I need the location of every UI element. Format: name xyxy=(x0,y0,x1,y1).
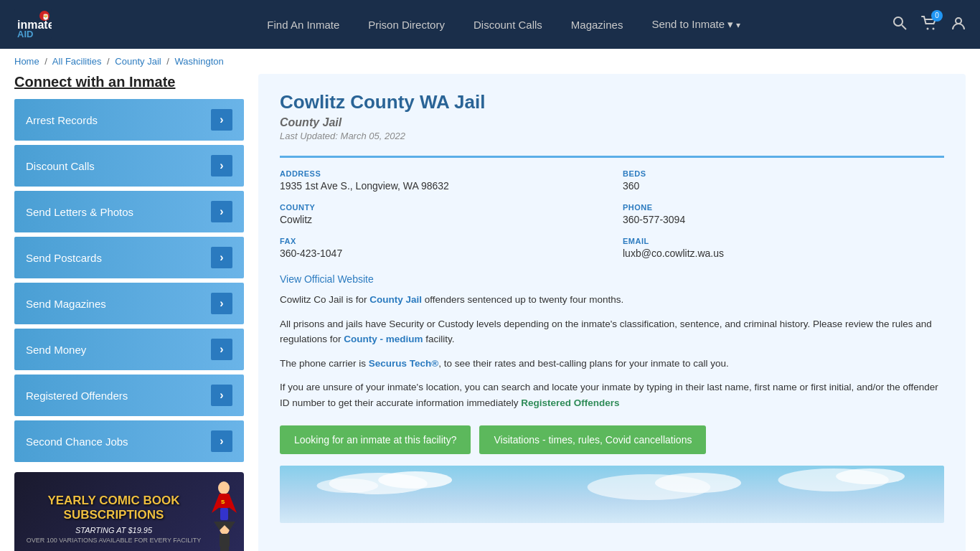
search-icon[interactable] xyxy=(892,16,907,34)
batman-icon xyxy=(214,522,235,552)
superman-icon: S xyxy=(212,481,237,520)
sidebar: Connect with an Inmate Arrest Records › … xyxy=(14,74,244,551)
logo-icon: inmate AID 🎅 xyxy=(14,9,52,40)
visitations-button[interactable]: Visitations - times, rules, Covid cancel… xyxy=(479,425,706,454)
desc-para-1: Cowlitz Co Jail is for County Jail offen… xyxy=(280,292,944,308)
nav-discount-calls[interactable]: Discount Calls xyxy=(473,19,542,31)
fax-section: FAX 360-423-1047 xyxy=(280,237,601,259)
desc1-text: Cowlitz Co Jail is for xyxy=(280,294,369,305)
nav-send-to-inmate[interactable]: Send to Inmate ▾ xyxy=(651,18,740,31)
find-inmate-button[interactable]: Looking for an inmate at this facility? xyxy=(280,425,471,454)
desc2-link[interactable]: County - medium xyxy=(344,334,423,344)
ad-note: OVER 100 VARIATIONS AVAILABLE FOR EVERY … xyxy=(22,537,206,544)
email-section: EMAIL luxb@co.cowlitz.wa.us xyxy=(623,237,944,259)
desc4-link[interactable]: Registered Offenders xyxy=(521,397,619,408)
sidebar-item-send-letters[interactable]: Send Letters & Photos › xyxy=(14,191,244,232)
sidebar-item-arrest-records[interactable]: Arrest Records › xyxy=(14,99,244,141)
sidebar-item-send-magazines[interactable]: Send Magazines › xyxy=(14,283,244,324)
svg-point-7 xyxy=(927,27,929,29)
svg-text:S: S xyxy=(221,499,225,505)
facility-description: Cowlitz Co Jail is for County Jail offen… xyxy=(280,292,944,411)
desc3-text: The phone carrier is xyxy=(280,358,369,369)
desc-para-2: All prisons and jails have Security or C… xyxy=(280,316,944,347)
desc3-link[interactable]: Securus Tech® xyxy=(369,358,438,369)
svg-point-22 xyxy=(378,471,452,489)
sidebar-item-second-chance-jobs[interactable]: Second Chance Jobs › xyxy=(14,420,244,462)
svg-rect-19 xyxy=(220,547,229,552)
sidebar-label-registered-offenders: Registered Offenders xyxy=(26,390,128,402)
svg-point-25 xyxy=(655,473,741,493)
address-label: ADDRESS xyxy=(280,169,601,178)
ad-title: YEARLY COMIC BOOKSUBSCRIPTIONS xyxy=(22,494,206,522)
beds-label: BEDS xyxy=(623,169,944,178)
user-icon[interactable] xyxy=(951,16,966,34)
sidebar-arrow-arrest-records: › xyxy=(211,109,232,131)
breadcrumb-sep3: / xyxy=(166,56,169,67)
nav-prison-directory[interactable]: Prison Directory xyxy=(368,19,445,31)
sidebar-label-send-postcards: Send Postcards xyxy=(26,252,102,264)
svg-text:🎅: 🎅 xyxy=(42,12,50,21)
breadcrumb: Home / All Facilities / County Jail / Wa… xyxy=(0,49,980,74)
sidebar-label-send-money: Send Money xyxy=(26,344,86,356)
main-container: Connect with an Inmate Arrest Records › … xyxy=(0,74,980,551)
address-value: 1935 1st Ave S., Longview, WA 98632 xyxy=(280,180,601,192)
fax-value: 360-423-1047 xyxy=(280,248,601,259)
svg-point-9 xyxy=(956,18,961,24)
svg-text:AID: AID xyxy=(17,29,33,39)
facility-updated: Last Updated: March 05, 2022 xyxy=(280,131,944,141)
desc1-link[interactable]: County Jail xyxy=(369,294,422,305)
svg-rect-18 xyxy=(220,534,230,547)
facility-image xyxy=(280,466,944,523)
sidebar-advertisement[interactable]: YEARLY COMIC BOOKSUBSCRIPTIONS STARTING … xyxy=(14,472,244,551)
breadcrumb-county-jail[interactable]: County Jail xyxy=(115,56,161,67)
svg-point-27 xyxy=(836,468,905,484)
sidebar-item-discount-calls[interactable]: Discount Calls › xyxy=(14,145,244,187)
nav-magazines[interactable]: Magazines xyxy=(571,19,623,31)
sidebar-label-send-magazines: Send Magazines xyxy=(26,298,106,310)
desc2-rest: facility. xyxy=(423,334,455,344)
facility-type: County Jail xyxy=(280,116,944,129)
breadcrumb-state[interactable]: Washington xyxy=(175,56,224,67)
site-header: inmate AID 🎅 Find An Inmate Prison Direc… xyxy=(0,0,980,49)
official-website-link[interactable]: View Official Website xyxy=(280,273,374,285)
sidebar-label-second-chance-jobs: Second Chance Jobs xyxy=(26,435,128,448)
fax-label: FAX xyxy=(280,237,601,245)
email-label: EMAIL xyxy=(623,237,944,245)
county-label: COUNTY xyxy=(280,203,601,212)
beds-value: 360 xyxy=(623,180,944,192)
sidebar-heading: Connect with an Inmate xyxy=(14,74,244,90)
facility-title: Cowlitz County WA Jail xyxy=(280,91,944,113)
beds-section: BEDS 360 xyxy=(623,169,944,192)
county-value: Cowlitz xyxy=(280,214,601,225)
breadcrumb-sep2: / xyxy=(107,56,110,67)
main-nav: Find An Inmate Prison Directory Discount… xyxy=(129,18,878,31)
cart-badge: 0 xyxy=(931,10,943,22)
svg-point-8 xyxy=(933,27,935,29)
phone-value: 360-577-3094 xyxy=(623,214,944,225)
cart-icon[interactable]: 0 xyxy=(921,16,937,34)
sidebar-arrow-registered-offenders: › xyxy=(211,385,232,406)
logo-area[interactable]: inmate AID 🎅 xyxy=(14,9,129,40)
sidebar-arrow-send-magazines: › xyxy=(211,293,232,314)
svg-point-23 xyxy=(316,479,378,493)
facility-sky-image xyxy=(280,466,944,523)
phone-section: PHONE 360-577-3094 xyxy=(623,203,944,225)
sidebar-arrow-send-postcards: › xyxy=(211,247,232,268)
nav-find-inmate[interactable]: Find An Inmate xyxy=(267,19,339,31)
sidebar-arrow-send-letters: › xyxy=(211,201,232,222)
breadcrumb-all-facilities[interactable]: All Facilities xyxy=(52,56,102,67)
breadcrumb-home[interactable]: Home xyxy=(14,56,39,67)
desc1-rest: offenders sentenced up to twenty four mo… xyxy=(422,294,623,305)
header-icons: 0 xyxy=(892,16,966,34)
address-section: ADDRESS 1935 1st Ave S., Longview, WA 98… xyxy=(280,169,601,192)
sidebar-arrow-second-chance-jobs: › xyxy=(211,430,232,452)
sidebar-arrow-discount-calls: › xyxy=(211,155,232,176)
sidebar-item-send-money[interactable]: Send Money › xyxy=(14,329,244,370)
facility-content: Cowlitz County WA Jail County Jail Last … xyxy=(258,74,966,551)
svg-point-10 xyxy=(218,481,230,494)
sidebar-label-send-letters: Send Letters & Photos xyxy=(26,206,133,218)
sidebar-item-registered-offenders[interactable]: Registered Offenders › xyxy=(14,375,244,416)
svg-line-6 xyxy=(902,25,906,29)
sidebar-label-arrest-records: Arrest Records xyxy=(26,114,98,126)
sidebar-item-send-postcards[interactable]: Send Postcards › xyxy=(14,237,244,278)
